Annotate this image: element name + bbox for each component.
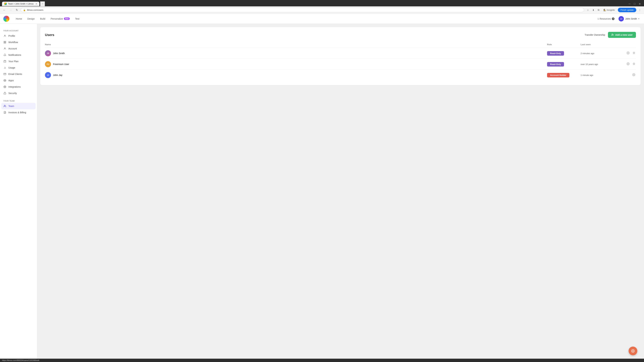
incognito-label: Incognito [606,9,615,11]
svg-point-26 [612,34,613,35]
avatar-initials: FU [47,63,49,65]
app-header: Home Design Build Personalize New Test ℹ… [0,14,644,24]
sidebar-item-notifications[interactable]: Notifications [0,52,37,58]
lifebuoy-icon [631,349,635,353]
email-clients-icon [3,72,6,76]
settings-button[interactable] [632,72,636,78]
nav-test[interactable]: Test [73,16,82,21]
sidebar-item-label: Apps [8,79,14,82]
row-actions [622,62,636,67]
status-bar: https://litmus.com/906324/users/1181588/… [0,359,644,362]
download-button[interactable]: ⬇ [591,8,595,12]
status-url: https://litmus.com/906324/users/1181588/… [2,359,39,361]
delete-button[interactable] [632,51,636,56]
app-logo [3,16,10,22]
forward-button[interactable]: → [8,8,13,12]
sidebar-item-email-clients[interactable]: Email Clients [0,71,37,77]
nav-personalize[interactable]: Personalize New [48,16,72,21]
your-plan-icon [3,60,6,63]
sidebar-item-team[interactable]: Team [1,103,36,109]
sidebar-item-account[interactable]: Account [0,45,37,52]
sidebar-item-your-plan[interactable]: Your Plan [0,58,37,64]
add-user-icon [611,33,614,36]
tab-title: Team > John Smith > Litmus [8,3,34,5]
sidebar-item-label: Usage [8,66,15,69]
sidebar-item-profile[interactable]: Profile [0,33,37,39]
nav-personalize-label: Personalize [51,17,63,20]
sidebar-item-security[interactable]: Security [0,90,37,96]
sidebar-item-integrations[interactable]: Integrations [0,84,37,90]
svg-point-19 [4,86,5,87]
maximize-button[interactable]: □ [632,1,637,6]
resources-button[interactable]: ℹ Resources 1 [598,17,614,20]
refresh-button[interactable]: ↻ [15,8,19,12]
table-row: JS John Smith Read-Only 2 minutes ago [45,48,636,59]
last-seen-cell: 1 minute ago [580,74,622,76]
svg-point-5 [4,48,5,49]
svg-line-37 [632,352,632,352]
role-badge: Read-Only [547,51,564,56]
sidebar-item-usage[interactable]: Usage [0,64,37,71]
gear-icon [632,73,635,76]
active-tab[interactable]: Team > John Smith > Litmus ✕ [2,2,40,6]
minimize-button[interactable]: ─ [627,1,632,6]
settings-button[interactable] [626,51,630,56]
chevron-down-icon: ▾ [638,17,639,20]
incognito-button[interactable]: 🕵 Incognito [602,8,616,12]
menu-button[interactable]: ⋮ [638,8,642,12]
svg-rect-1 [4,41,5,42]
user-display-name: John Jay [53,74,62,76]
sidebar-item-label: Email Clients [8,73,22,75]
avatar-initials: JJ [47,74,49,76]
address-bar: ← → ↻ 🔒 litmus.com/users ☆ ⬇ ⧉ 🕵 Incogni… [0,6,644,14]
user-menu-button[interactable]: JJ John Smith ▾ [617,15,641,22]
user-name-cell: JS John Smith [45,50,547,56]
bookmark-button[interactable]: ☆ [586,8,590,12]
settings-button[interactable] [626,62,630,67]
profile-icon [3,34,6,37]
help-fab[interactable] [628,347,637,355]
col-last-seen: Last seen [580,43,622,46]
sidebar-item-workflow[interactable]: Workflow [0,39,37,45]
url-bar[interactable]: 🔒 litmus.com/users [21,8,584,12]
user-name-cell: FU Freemium User [45,61,547,67]
svg-point-31 [634,74,634,75]
gear-icon [626,51,630,54]
delete-button[interactable] [632,62,636,66]
content-header: Users Transfer Ownership Add a new user [45,32,636,38]
back-button[interactable]: ← [2,8,7,12]
close-button[interactable]: ✕ [637,1,642,6]
gear-icon [626,62,630,65]
integrations-icon [3,85,6,88]
role-badge: Read-Only [547,62,564,66]
sidebar-item-label: Security [8,92,17,94]
sidebar-item-label: Account [8,47,17,50]
svg-rect-3 [4,42,5,43]
avatar: FU [45,61,51,67]
page-title: Users [45,33,54,37]
nav-home[interactable]: Home [14,16,24,21]
svg-point-15 [4,80,5,81]
tab-search-button[interactable]: ⧉ [597,8,600,12]
avatar-initials: JS [47,52,49,54]
invoices-icon [3,111,6,114]
your-team-label: YOUR TEAM [0,99,37,103]
close-tab-button[interactable]: ✕ [36,3,37,5]
add-user-button[interactable]: Add a new user [608,32,636,38]
transfer-ownership-button[interactable]: Transfer Ownership [585,33,605,36]
finish-update-button[interactable]: Finish update [618,8,636,12]
nav-build[interactable]: Build [38,16,48,21]
window-controls: ─ □ ✕ [627,1,642,6]
nav-home-label: Home [16,17,22,20]
resources-count: 1 [612,17,614,20]
new-tab-button[interactable]: + [40,1,45,6]
nav-design[interactable]: Design [25,16,37,21]
sidebar-item-apps[interactable]: Apps [0,77,37,84]
sidebar-item-invoices[interactable]: Invoices & Billing [0,109,37,116]
team-icon [3,105,6,108]
user-display-name: Freemium User [53,63,69,65]
table-row: JJ John Jay Account Holder 1 minute ago [45,70,636,80]
nav-build-label: Build [40,17,45,20]
notifications-icon [3,53,6,56]
svg-line-34 [632,350,632,351]
